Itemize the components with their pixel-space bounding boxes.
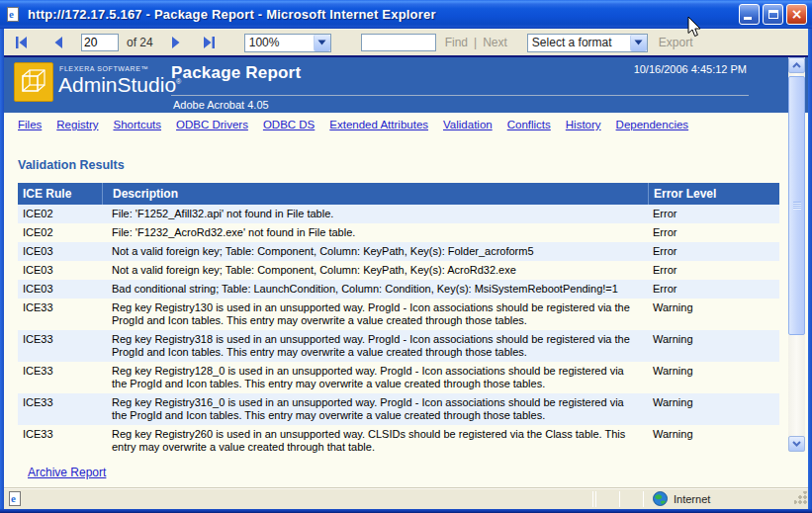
nav-link-extended-attributes[interactable]: Extended Attributes: [329, 119, 428, 130]
nav-link-registry[interactable]: Registry: [56, 119, 98, 130]
window-title: http://172.17.5.167 - Package Report - M…: [28, 7, 739, 22]
scroll-down-button[interactable]: [788, 436, 805, 452]
cell-desc: File: 'F1232_AcroRd32.exe' not found in …: [102, 223, 648, 242]
cell-desc: Not a valid foreign key; Table: Componen…: [102, 242, 648, 261]
archive-report-link[interactable]: Archive Report: [28, 466, 106, 479]
nav-link-conflicts[interactable]: Conflicts: [507, 119, 551, 130]
cell-rule: ICE02: [18, 205, 102, 223]
statusbar-divider: [619, 491, 620, 507]
chevron-down-icon: [792, 441, 801, 447]
find-input[interactable]: [361, 34, 436, 51]
table-row: ICE03Not a valid foreign key; Table: Com…: [18, 261, 779, 280]
nav-link-odbc-drivers[interactable]: ODBC Drivers: [176, 119, 248, 130]
package-name: Adobe Acrobat 4.05: [173, 99, 269, 111]
table-row: ICE33Reg key Registry128_0 is used in an…: [18, 362, 779, 393]
next-page-icon[interactable]: [167, 36, 183, 49]
page-number-input[interactable]: [81, 34, 119, 51]
cell-desc: Bad conditional string; Table: LaunchCon…: [102, 280, 648, 299]
adminstudio-brand-label: AdminStudio®: [58, 73, 181, 97]
last-page-icon[interactable]: [201, 36, 217, 49]
table-row: ICE33Reg key Registry316_0 is used in an…: [18, 393, 779, 425]
nav-link-odbc-ds[interactable]: ODBC DS: [263, 119, 315, 130]
nav-link-files[interactable]: Files: [18, 119, 42, 130]
flexera-brand-label: FLEXERA SOFTWARE™: [59, 65, 148, 72]
cell-level: Warning: [648, 362, 779, 393]
find-button[interactable]: Find: [445, 36, 468, 49]
nav-link-history[interactable]: History: [566, 119, 601, 130]
status-bar: e Internet: [0, 487, 812, 509]
table-row: ICE02File: 'F1232_AcroRd32.exe' not foun…: [18, 223, 779, 242]
cell-level: Warning: [648, 330, 779, 362]
statusbar-divider: [592, 491, 593, 507]
column-header-ice-rule: ICE Rule: [18, 183, 102, 205]
adminstudio-logo-icon: [14, 62, 53, 102]
format-select[interactable]: Select a format: [527, 34, 648, 52]
cell-rule: ICE33: [18, 299, 102, 330]
table-row: ICE33Reg key Registry318 is used in an u…: [18, 330, 779, 362]
scrollbar-grip: [793, 202, 801, 210]
header-divider: [171, 95, 749, 96]
maximize-icon: [768, 10, 778, 19]
chevron-down-icon: [630, 35, 647, 51]
zoom-select[interactable]: 100%: [244, 34, 331, 52]
chevron-down-icon: [314, 35, 330, 51]
cell-desc: File: 'F1252_Afill32.api' not found in F…: [102, 205, 648, 223]
format-value: Select a format: [528, 36, 630, 49]
close-button[interactable]: ×: [786, 4, 807, 25]
security-zone-panel: Internet: [645, 491, 788, 506]
zone-label: Internet: [674, 493, 710, 505]
table-row: ICE33Reg key Registry260 is used in an u…: [18, 425, 779, 457]
resize-grip[interactable]: [794, 491, 807, 504]
nav-link-dependencies[interactable]: Dependencies: [616, 119, 689, 130]
report-timestamp: 10/16/2006 4:45:12 PM: [634, 63, 747, 75]
cell-rule: ICE33: [18, 425, 102, 457]
status-page-icon: e: [8, 491, 24, 507]
cell-rule: ICE33: [18, 330, 102, 362]
chevron-up-icon: [792, 62, 801, 68]
table-body: ICE02File: 'F1252_Afill32.api' not found…: [18, 205, 779, 457]
validation-results-table: ICE Rule Description Error Level ICE02Fi…: [18, 183, 779, 457]
table-row: ICE03Not a valid foreign key; Table: Com…: [18, 242, 779, 261]
report-nav: FilesRegistryShortcutsODBC DriversODBC D…: [18, 119, 769, 130]
title-bar: e http://172.17.5.167 - Package Report -…: [0, 0, 812, 29]
find-next-separator: |: [474, 36, 477, 49]
cell-level: Warning: [648, 393, 779, 425]
ie-document-icon: e: [6, 7, 22, 23]
cell-rule: ICE33: [18, 393, 102, 425]
cell-level: Error: [648, 223, 779, 242]
table-row: ICE02File: 'F1252_Afill32.api' not found…: [18, 205, 779, 223]
vertical-scrollbar[interactable]: [788, 57, 805, 452]
browser-window: e http://172.17.5.167 - Package Report -…: [0, 0, 812, 513]
cell-level: Warning: [648, 299, 779, 330]
cell-desc: Reg key Registry130 is used in an unsupp…: [102, 299, 648, 330]
table-header-row: ICE Rule Description Error Level: [18, 183, 779, 205]
previous-page-icon[interactable]: [51, 36, 67, 49]
window-border-right: [808, 29, 812, 509]
section-title: Validation Results: [18, 158, 125, 172]
first-page-icon[interactable]: [14, 36, 30, 49]
statusbar-divider: [595, 491, 596, 507]
cell-rule: ICE03: [18, 242, 102, 261]
scrollbar-thumb[interactable]: [788, 76, 805, 335]
next-button[interactable]: Next: [483, 36, 507, 49]
statusbar-divider: [643, 491, 644, 507]
table-row: ICE33Reg key Registry130 is used in an u…: [18, 299, 779, 330]
export-button[interactable]: Export: [659, 36, 693, 49]
cell-rule: ICE33: [18, 362, 102, 393]
cell-level: Error: [648, 261, 779, 280]
page-title: Package Report: [171, 63, 301, 83]
nav-link-validation[interactable]: Validation: [443, 119, 493, 130]
window-border-left: [0, 29, 4, 509]
internet-globe-icon: [653, 491, 668, 506]
cell-rule: ICE03: [18, 261, 102, 280]
cell-level: Error: [648, 242, 779, 261]
scroll-up-button[interactable]: [788, 57, 805, 73]
cell-rule: ICE03: [18, 280, 102, 299]
cell-level: Warning: [648, 425, 779, 457]
maximize-button[interactable]: [763, 4, 783, 25]
cell-desc: Reg key Registry318 is used in an unsupp…: [102, 330, 648, 362]
nav-link-shortcuts[interactable]: Shortcuts: [113, 119, 161, 130]
minimize-button[interactable]: [739, 4, 760, 25]
cell-desc: Reg key Registry128_0 is used in an unsu…: [102, 362, 648, 393]
cell-level: Error: [648, 205, 779, 223]
